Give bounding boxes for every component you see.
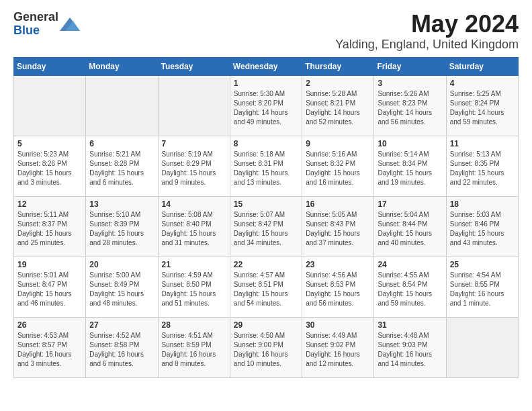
calendar-cell: 10Sunrise: 5:14 AMSunset: 8:34 PMDayligh… bbox=[374, 136, 446, 196]
daylight-text: Daylight: 15 hours and 19 minutes. bbox=[378, 169, 442, 187]
location-title: Yalding, England, United Kingdom bbox=[335, 38, 519, 52]
sunrise-text: Sunrise: 4:56 AM bbox=[306, 271, 370, 280]
sunset-text: Sunset: 8:39 PM bbox=[89, 220, 154, 229]
daylight-text: Daylight: 15 hours and 54 minutes. bbox=[234, 289, 298, 308]
daylight-text: Daylight: 15 hours and 34 minutes. bbox=[234, 229, 298, 248]
day-number: 21 bbox=[162, 260, 226, 269]
cell-info: Sunrise: 4:51 AMSunset: 8:59 PMDaylight:… bbox=[162, 331, 226, 369]
cell-info: Sunrise: 5:19 AMSunset: 8:29 PMDaylight:… bbox=[162, 150, 226, 187]
cell-info: Sunrise: 5:26 AMSunset: 8:23 PMDaylight:… bbox=[378, 89, 442, 127]
cell-info: Sunrise: 5:14 AMSunset: 8:34 PMDaylight:… bbox=[378, 150, 442, 187]
sunrise-text: Sunrise: 4:48 AM bbox=[378, 331, 442, 340]
sunrise-text: Sunrise: 5:03 AM bbox=[450, 210, 515, 220]
sunset-text: Sunset: 8:54 PM bbox=[378, 280, 442, 289]
sunrise-text: Sunrise: 5:08 AM bbox=[162, 210, 226, 220]
calendar-cell: 2Sunrise: 5:28 AMSunset: 8:21 PMDaylight… bbox=[302, 75, 374, 136]
sunrise-text: Sunrise: 4:57 AM bbox=[234, 271, 298, 280]
calendar-cell: 18Sunrise: 5:03 AMSunset: 8:46 PMDayligh… bbox=[446, 196, 518, 257]
day-number: 16 bbox=[306, 199, 370, 209]
month-title: May 2024 bbox=[335, 11, 519, 38]
sunset-text: Sunset: 8:50 PM bbox=[162, 280, 226, 289]
cell-info: Sunrise: 5:30 AMSunset: 8:20 PMDaylight:… bbox=[234, 89, 298, 127]
sunset-text: Sunset: 8:26 PM bbox=[17, 159, 82, 169]
calendar-week-3: 12Sunrise: 5:11 AMSunset: 8:37 PMDayligh… bbox=[14, 196, 519, 257]
cell-info: Sunrise: 5:23 AMSunset: 8:26 PMDaylight:… bbox=[17, 150, 82, 187]
day-number: 8 bbox=[234, 139, 298, 148]
day-number: 23 bbox=[306, 260, 370, 269]
sunrise-text: Sunrise: 5:28 AM bbox=[306, 89, 370, 99]
sunset-text: Sunset: 8:34 PM bbox=[378, 159, 442, 169]
sunset-text: Sunset: 8:20 PM bbox=[234, 99, 298, 108]
daylight-text: Daylight: 15 hours and 3 minutes. bbox=[17, 169, 82, 187]
calendar-cell: 3Sunrise: 5:26 AMSunset: 8:23 PMDaylight… bbox=[374, 75, 446, 136]
daylight-text: Daylight: 15 hours and 48 minutes. bbox=[89, 289, 154, 308]
daylight-text: Daylight: 16 hours and 6 minutes. bbox=[89, 350, 154, 369]
calendar-table: SundayMondayTuesdayWednesdayThursdayFrid… bbox=[13, 57, 519, 378]
cell-info: Sunrise: 4:49 AMSunset: 9:02 PMDaylight:… bbox=[306, 331, 370, 369]
day-number: 19 bbox=[17, 260, 82, 269]
calendar-cell: 23Sunrise: 4:56 AMSunset: 8:53 PMDayligh… bbox=[302, 257, 374, 317]
sunset-text: Sunset: 8:57 PM bbox=[17, 340, 82, 350]
day-number: 5 bbox=[17, 139, 82, 148]
calendar-week-4: 19Sunrise: 5:01 AMSunset: 8:47 PMDayligh… bbox=[14, 257, 519, 317]
sunrise-text: Sunrise: 5:04 AM bbox=[378, 210, 442, 220]
header-cell-wednesday: Wednesday bbox=[230, 57, 302, 75]
sunrise-text: Sunrise: 4:54 AM bbox=[450, 271, 515, 280]
daylight-text: Daylight: 15 hours and 22 minutes. bbox=[450, 169, 515, 187]
sunset-text: Sunset: 8:31 PM bbox=[234, 159, 298, 169]
day-number: 17 bbox=[378, 199, 442, 209]
daylight-text: Daylight: 15 hours and 25 minutes. bbox=[17, 229, 82, 248]
cell-info: Sunrise: 4:53 AMSunset: 8:57 PMDaylight:… bbox=[17, 331, 82, 369]
sunset-text: Sunset: 8:28 PM bbox=[89, 159, 154, 169]
cell-info: Sunrise: 5:18 AMSunset: 8:31 PMDaylight:… bbox=[234, 150, 298, 187]
cell-info: Sunrise: 4:57 AMSunset: 8:51 PMDaylight:… bbox=[234, 271, 298, 308]
sunset-text: Sunset: 8:47 PM bbox=[17, 280, 82, 289]
calendar-cell: 8Sunrise: 5:18 AMSunset: 8:31 PMDaylight… bbox=[230, 136, 302, 196]
daylight-text: Daylight: 15 hours and 43 minutes. bbox=[450, 229, 515, 248]
header-cell-tuesday: Tuesday bbox=[158, 57, 230, 75]
logo: General Blue bbox=[13, 11, 80, 38]
day-number: 2 bbox=[306, 79, 370, 88]
logo-icon bbox=[60, 17, 80, 31]
calendar-cell: 11Sunrise: 5:13 AMSunset: 8:35 PMDayligh… bbox=[446, 136, 518, 196]
sunset-text: Sunset: 8:58 PM bbox=[89, 340, 154, 350]
day-number: 4 bbox=[450, 79, 515, 88]
day-number: 15 bbox=[234, 199, 298, 209]
sunrise-text: Sunrise: 5:23 AM bbox=[17, 150, 82, 159]
daylight-text: Daylight: 16 hours and 14 minutes. bbox=[378, 350, 442, 369]
cell-info: Sunrise: 5:07 AMSunset: 8:42 PMDaylight:… bbox=[234, 210, 298, 248]
calendar-week-1: 1Sunrise: 5:30 AMSunset: 8:20 PMDaylight… bbox=[14, 75, 519, 136]
sunrise-text: Sunrise: 5:25 AM bbox=[450, 89, 515, 99]
sunrise-text: Sunrise: 5:11 AM bbox=[17, 210, 82, 220]
calendar-cell: 29Sunrise: 4:50 AMSunset: 9:00 PMDayligh… bbox=[230, 317, 302, 377]
day-number: 24 bbox=[378, 260, 442, 269]
daylight-text: Daylight: 15 hours and 59 minutes. bbox=[378, 289, 442, 308]
daylight-text: Daylight: 14 hours and 49 minutes. bbox=[234, 108, 298, 127]
day-number: 26 bbox=[17, 320, 82, 330]
sunrise-text: Sunrise: 5:21 AM bbox=[89, 150, 154, 159]
cell-info: Sunrise: 4:48 AMSunset: 9:03 PMDaylight:… bbox=[378, 331, 442, 369]
day-number: 10 bbox=[378, 139, 442, 148]
calendar-cell: 30Sunrise: 4:49 AMSunset: 9:02 PMDayligh… bbox=[302, 317, 374, 377]
sunset-text: Sunset: 8:32 PM bbox=[306, 159, 370, 169]
sunset-text: Sunset: 8:40 PM bbox=[162, 220, 226, 229]
cell-info: Sunrise: 5:04 AMSunset: 8:44 PMDaylight:… bbox=[378, 210, 442, 248]
sunrise-text: Sunrise: 5:10 AM bbox=[89, 210, 154, 220]
sunrise-text: Sunrise: 5:14 AM bbox=[378, 150, 442, 159]
day-number: 18 bbox=[450, 199, 515, 209]
sunset-text: Sunset: 8:59 PM bbox=[162, 340, 226, 350]
calendar-cell: 17Sunrise: 5:04 AMSunset: 8:44 PMDayligh… bbox=[374, 196, 446, 257]
calendar-cell: 31Sunrise: 4:48 AMSunset: 9:03 PMDayligh… bbox=[374, 317, 446, 377]
day-number: 13 bbox=[89, 199, 154, 209]
calendar-cell: 21Sunrise: 4:59 AMSunset: 8:50 PMDayligh… bbox=[158, 257, 230, 317]
sunrise-text: Sunrise: 5:19 AM bbox=[162, 150, 226, 159]
calendar-cell: 12Sunrise: 5:11 AMSunset: 8:37 PMDayligh… bbox=[14, 196, 86, 257]
calendar-cell bbox=[446, 317, 518, 377]
daylight-text: Daylight: 15 hours and 9 minutes. bbox=[162, 169, 226, 187]
day-number: 28 bbox=[162, 320, 226, 330]
daylight-text: Daylight: 15 hours and 56 minutes. bbox=[306, 289, 370, 308]
sunrise-text: Sunrise: 4:51 AM bbox=[162, 331, 226, 340]
day-number: 29 bbox=[234, 320, 298, 330]
logo-general-text: General bbox=[13, 10, 58, 24]
calendar-cell: 13Sunrise: 5:10 AMSunset: 8:39 PMDayligh… bbox=[86, 196, 158, 257]
